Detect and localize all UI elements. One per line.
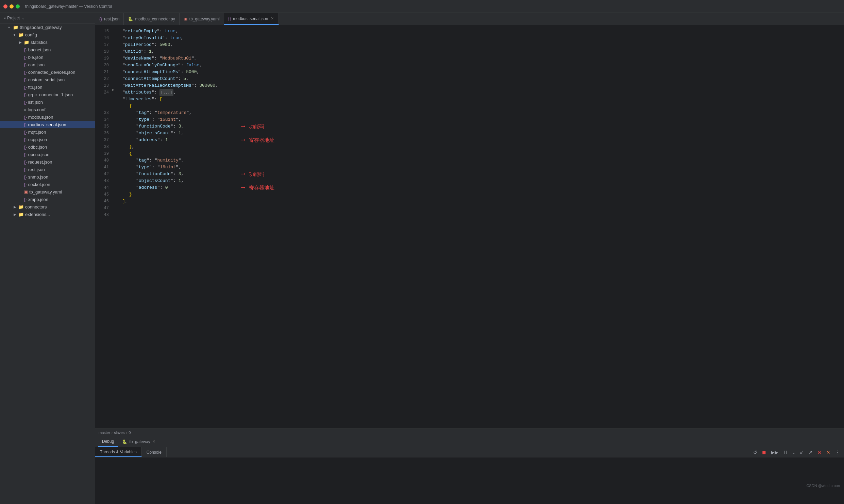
mute-breakpoints-button[interactable]: ⊗ <box>816 449 823 456</box>
sidebar-item-mqtt[interactable]: {} mqtt.json <box>0 128 95 136</box>
sidebar-item-custom-serial[interactable]: {} custom_serial.json <box>0 76 95 83</box>
code-line-22: "connectAttemptCount": 5, <box>119 75 844 82</box>
panel-section-tabs: Threads & Variables Console <box>95 447 167 457</box>
debug-tabs: Debug 🐍 tb_gateway ✕ <box>95 436 844 447</box>
project-header[interactable]: ▾ Project ⌄ <box>0 13 95 23</box>
json-icon-odbc: {} <box>24 145 27 150</box>
project-dropdown-icon[interactable]: ⌄ <box>22 16 24 20</box>
sidebar-item-logs[interactable]: ≡ logs.conf <box>0 106 95 113</box>
console-label: Console <box>147 450 162 455</box>
sidebar-item-snmp[interactable]: {} snmp.json <box>0 173 95 181</box>
code-content[interactable]: "retryOnEmpty": true, "retryOnInvalid": … <box>119 25 844 429</box>
sidebar-item-extensions[interactable]: ▶ 📁 extensions... <box>0 211 95 218</box>
statistics-folder-icon: 📁 <box>24 40 29 45</box>
tab-rest-json[interactable]: {} rest.json <box>95 13 124 25</box>
debug-toolbar: ↺ ◼ ▶▶ ⏸ ↓ ↙ ↗ ⊗ ✕ ⋮ <box>749 447 844 457</box>
connectors-folder-icon: 📁 <box>18 204 24 209</box>
sep-1: › <box>112 431 113 435</box>
sidebar-item-request[interactable]: {} request.json <box>0 158 95 166</box>
json-icon-request: {} <box>24 159 27 165</box>
sidebar-item-statistics[interactable]: ▶ 📁 statistics <box>0 38 95 46</box>
annotation-functioncode-2: ⟶ 功能码 <box>241 171 264 178</box>
step-out-button[interactable]: ↗ <box>807 449 814 456</box>
code-line-19: "deviceName": "ModbusRtu01", <box>119 55 844 62</box>
sidebar-item-modbus[interactable]: {} modbus.json <box>0 113 95 121</box>
panel-controls-row: Threads & Variables Console ↺ ◼ ▶▶ ⏸ ↓ <box>95 447 844 457</box>
tab-tb-gateway-yaml[interactable]: ▣ tb_gateway.yaml <box>180 13 224 25</box>
code-line-44: "functionCode": 3, ⟶ 功能码 <box>119 171 844 178</box>
tab-label-rest: rest.json <box>104 17 119 21</box>
root-chevron: ▾ <box>8 26 13 29</box>
code-line-40: }, <box>119 144 844 150</box>
step-over-button[interactable]: ↓ <box>791 449 796 456</box>
sidebar-item-bacnet[interactable]: {} bacnet.json <box>0 46 95 53</box>
sidebar-item-modbus-serial[interactable]: {} modbus_serial.json <box>0 121 95 128</box>
tab-modbus-connector[interactable]: 🐍 modbus_connector.py <box>124 13 179 25</box>
sidebar-item-ftp[interactable]: {} ftp.json <box>0 83 95 91</box>
status-bar: master › slaves › 0 <box>95 429 844 436</box>
json-icon-modbus-serial: {} <box>24 122 27 127</box>
editor-area: {} rest.json 🐍 modbus_connector.py ▣ tb_… <box>95 13 844 504</box>
sidebar-item-root[interactable]: ▾ 📁 thingsboard_gateway <box>0 23 95 31</box>
code-line-48: ], <box>119 198 844 205</box>
debug-tab-label: Debug <box>102 439 114 444</box>
sidebar-item-connectors[interactable]: ▶ 📁 connectors <box>0 203 95 211</box>
sidebar-item-xmpp[interactable]: {} xmpp.json <box>0 196 95 203</box>
annotation-address-2: ⟶ 寄存器地址 <box>241 184 274 191</box>
statistics-chevron: ▶ <box>19 40 24 44</box>
code-line-42: "tag": "humidity", <box>119 157 844 164</box>
code-line-24: "attributes": [...], <box>119 89 844 96</box>
window-controls[interactable] <box>3 4 20 9</box>
tb-gateway-tab-label: tb_gateway <box>129 439 150 444</box>
minimize-dot[interactable] <box>10 4 14 9</box>
sidebar-item-odbc[interactable]: {} odbc.json <box>0 143 95 151</box>
sidebar-item-can[interactable]: {} can.json <box>0 61 95 68</box>
sidebar-item-opcua[interactable]: {} opcua.json <box>0 151 95 158</box>
sidebar-item-rest[interactable]: {} rest.json <box>0 166 95 173</box>
debug-tab[interactable]: Debug <box>98 436 118 447</box>
breadcrumb-0: 0 <box>129 431 131 435</box>
yaml-icon-tb: ▣ <box>24 189 28 195</box>
code-line-39: "address": 1 ⟶ 寄存器地址 <box>119 137 844 144</box>
tab-modbus-serial-json[interactable]: {} modbus_serial.json ✕ <box>224 13 279 25</box>
folder-icon: 📁 <box>13 25 18 30</box>
sidebar-item-list[interactable]: {} list.json <box>0 98 95 106</box>
json-icon-ble: {} <box>24 55 27 60</box>
window-title: thingsboard_gateway-master — Version Con… <box>25 4 112 9</box>
code-line-38: "objectsCount": 1, <box>119 130 844 137</box>
main-layout: ▾ Project ⌄ ▾ 📁 thingsboard_gateway ▾ 📁 … <box>0 13 844 504</box>
top-bar: thingsboard_gateway-master — Version Con… <box>0 0 844 13</box>
breadcrumb-slaves: slaves <box>114 431 124 435</box>
code-line-36: "type": "16uint", <box>119 116 844 123</box>
panel-content <box>95 457 844 504</box>
tb-gateway-icon: 🐍 <box>122 439 127 444</box>
sidebar-item-socket[interactable]: {} socket.json <box>0 181 95 188</box>
json-icon-connected: {} <box>24 70 27 75</box>
maximize-dot[interactable] <box>16 4 20 9</box>
gutter: ▶ <box>112 25 119 429</box>
step-into-button[interactable]: ↙ <box>798 449 805 456</box>
sidebar-item-config[interactable]: ▾ 📁 config <box>0 31 95 38</box>
tab-label-modbus-serial: modbus_serial.json <box>233 16 268 21</box>
tb-gateway-tab-close[interactable]: ✕ <box>152 439 155 444</box>
sidebar-item-ble[interactable]: {} ble.json <box>0 53 95 61</box>
sidebar-item-tb-gateway[interactable]: ▣ tb_gateway.yaml <box>0 188 95 196</box>
sidebar-item-ocpp[interactable]: {} ocpp.json <box>0 136 95 143</box>
tab-close-modbus-serial[interactable]: ✕ <box>270 16 274 21</box>
tb-gateway-tab[interactable]: 🐍 tb_gateway ✕ <box>118 436 159 447</box>
pause-button[interactable]: ⏸ <box>782 449 789 456</box>
tab-label-modbus-connector: modbus_connector.py <box>135 17 175 21</box>
console-tab[interactable]: Console <box>142 447 167 457</box>
restart-debugger-button[interactable]: ↺ <box>752 449 759 456</box>
line-numbers: 15161718 19202122 2324 33343536 37383940… <box>95 25 112 429</box>
stop-debugger-button[interactable]: ◼ <box>761 449 767 456</box>
statistics-label: statistics <box>31 40 48 45</box>
threads-variables-tab[interactable]: Threads & Variables <box>95 447 142 457</box>
close-dot[interactable] <box>3 4 7 9</box>
extensions-folder-icon: 📁 <box>18 212 24 217</box>
resume-button[interactable]: ▶▶ <box>770 449 780 456</box>
sidebar-item-grpc[interactable]: {} grpc_connector_1.json <box>0 91 95 98</box>
clear-button[interactable]: ✕ <box>825 449 832 456</box>
more-button[interactable]: ⋮ <box>834 449 841 456</box>
sidebar-item-connected-devices[interactable]: {} connected_devices.json <box>0 68 95 76</box>
